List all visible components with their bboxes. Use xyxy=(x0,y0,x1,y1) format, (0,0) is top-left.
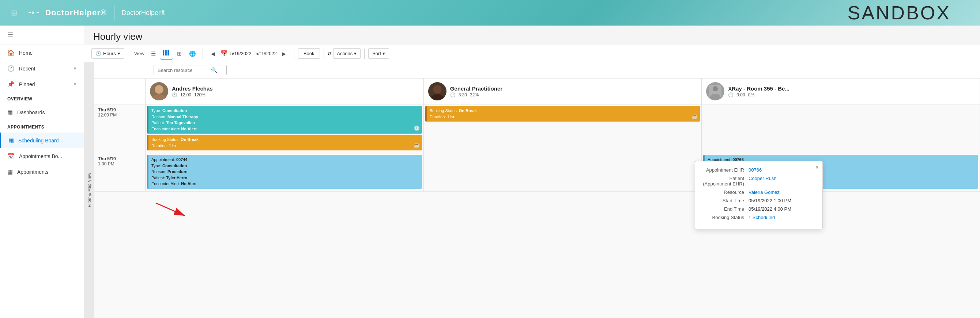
sidebar-item-label: Scheduling Board xyxy=(18,138,76,144)
resource-name-andres: Andres Flechas xyxy=(172,85,419,92)
sidebar-item-home[interactable]: 🏠 Home xyxy=(0,45,84,61)
actions-button[interactable]: Actions ▾ xyxy=(333,48,361,59)
toolbar-separator-1 xyxy=(128,49,128,59)
search-resource-box[interactable]: 🔍 xyxy=(154,65,227,75)
popup-row-patient: Patient (Appointment EHR) Cooper Rush xyxy=(701,176,816,187)
clock-icon: 🕐 xyxy=(450,92,456,98)
clock-icon: 🕐 xyxy=(95,51,101,56)
sidebar-item-appointments[interactable]: ▦ Appointments xyxy=(0,164,84,180)
dropdown-arrow-icon: ▾ xyxy=(118,51,120,56)
clock-icon: 🕐 xyxy=(7,65,14,72)
column-view-button[interactable] xyxy=(160,47,173,60)
schedule-row-noon: Thu 5/19 12:00 PM Type: Consultation Rea… xyxy=(94,104,980,153)
date-range: 5/19/2022 - 5/19/2022 xyxy=(231,51,277,56)
overview-section-header: Overview xyxy=(0,93,84,104)
main-layout: ☰ 🏠 Home 🕐 Recent ∨ 📌 Pinned ∨ Overview … xyxy=(0,25,980,318)
duration: Duration: 1 hr xyxy=(430,114,697,120)
board-area: 🔍 xyxy=(94,62,980,318)
chevron-down-icon: ∨ xyxy=(73,82,76,87)
hours-button[interactable]: 🕐 Hours ▾ xyxy=(91,48,124,59)
clock-icon: 🕐 xyxy=(728,92,733,98)
sidebar-item-label: Pinned xyxy=(19,81,69,87)
prev-date-button[interactable]: ◀ xyxy=(209,49,217,58)
filter-strip-label: Filter & Map View xyxy=(87,173,91,207)
sidebar-item-scheduling-board[interactable]: ▦ Scheduling Board xyxy=(0,133,84,148)
board-layout: Filter & Map View 🔍 xyxy=(84,62,980,318)
andres-time: 12:00 xyxy=(180,92,191,98)
book-button[interactable]: Book xyxy=(298,48,320,59)
svg-point-11 xyxy=(713,86,718,91)
svg-point-12 xyxy=(710,94,721,100)
appointment-detail-popup: × Appointment EHR 00766 Patient (Appoint… xyxy=(695,161,823,229)
svg-point-8 xyxy=(431,94,444,100)
booking-status: Booking Status: On Break xyxy=(430,108,697,114)
svg-point-9 xyxy=(433,85,441,93)
grid-icon[interactable]: ⊞ xyxy=(11,8,17,17)
appointment-card-consultation[interactable]: Type: Consultation Reason: Manual Therap… xyxy=(147,106,422,134)
sidebar-item-recent[interactable]: 🕐 Recent ∨ xyxy=(0,61,84,76)
toolbar-separator-4 xyxy=(324,49,324,59)
resource-stats-xray: 🕐 0:00 0% xyxy=(728,92,975,98)
content-area: Hourly view 🕐 Hours ▾ View ☰ ⊞ 🌐 xyxy=(84,25,980,318)
next-date-button[interactable]: ▶ xyxy=(280,49,288,58)
popup-row-resource: Resource Valeria Gomez xyxy=(701,190,816,195)
appt-reason: Reason: Manual Therapy xyxy=(151,114,419,120)
header-divider xyxy=(114,5,115,20)
menu-icon[interactable]: ☰ xyxy=(0,25,84,45)
actions-dropdown-icon: ▾ xyxy=(354,51,356,56)
time-label: 1:00 PM xyxy=(98,161,115,166)
resource-info-andres: Andres Flechas 🕐 12:00 120% xyxy=(172,85,419,98)
top-header: ⊞ 〜∧〜 DoctorHelper® DoctorHelper® SANDBO… xyxy=(0,0,980,25)
xray-time: 0:00 xyxy=(737,92,745,98)
sidebar-item-pinned[interactable]: 📌 Pinned ∨ xyxy=(0,76,84,92)
svg-rect-0 xyxy=(163,50,164,55)
pin-icon: 📌 xyxy=(7,81,14,88)
sidebar-item-appointments-bo[interactable]: 📅 Appointments Bo... xyxy=(0,148,84,164)
duration: Duration: 1 hr xyxy=(151,143,419,149)
resource-stats-andres: 🕐 12:00 120% xyxy=(172,92,419,98)
popup-patient-link[interactable]: Cooper Rush xyxy=(749,176,777,181)
resource-header-general: General Practitioner 🕐 3:30 32% xyxy=(424,79,702,104)
svg-rect-2 xyxy=(166,50,167,55)
header-app-name: DoctorHelper® xyxy=(122,9,165,17)
globe-view-button[interactable]: 🌐 xyxy=(186,48,199,59)
popup-resource-link[interactable]: Valeria Gomez xyxy=(749,190,780,195)
popup-label-patient: Patient (Appointment EHR) xyxy=(701,176,749,187)
resource-name-general: General Practitioner xyxy=(450,85,697,92)
red-arrow xyxy=(148,199,196,221)
resource-name-xray: XRay - Room 355 - Be... xyxy=(728,85,975,92)
svg-rect-1 xyxy=(165,50,165,55)
home-icon: 🏠 xyxy=(7,49,14,56)
resource-cell-andres-noon: Type: Consultation Reason: Manual Therap… xyxy=(146,104,424,153)
sandbox-label: SANDBOX xyxy=(848,2,951,24)
booking-status: Booking Status: On Break xyxy=(151,136,419,143)
view-label: View xyxy=(132,51,146,56)
popup-label-resource: Resource xyxy=(701,190,749,195)
calendar-icon: 📅 xyxy=(7,153,14,160)
chevron-down-icon: ∨ xyxy=(73,66,76,71)
appointments-section-header: Appointments xyxy=(0,122,84,133)
resource-cell-general-1pm xyxy=(424,153,702,191)
time-cell-1pm: Thu 5/19 1:00 PM xyxy=(94,153,146,191)
appointment-card-on-break-general[interactable]: Booking Status: On Break Duration: 1 hr … xyxy=(425,106,700,122)
resource-cell-andres-1pm: Appointment: 00744 Type: Consultation Re… xyxy=(146,153,424,191)
popup-label-ehr: Appointment EHR xyxy=(701,167,749,173)
coffee-icon: ☕ xyxy=(414,141,420,149)
scheduling-icon: ▦ xyxy=(8,137,14,144)
sort-button[interactable]: Sort ▾ xyxy=(368,48,389,59)
popup-close-button[interactable]: × xyxy=(815,164,819,171)
avatar-xray xyxy=(706,82,724,100)
list-view-button[interactable]: ☰ xyxy=(148,48,159,59)
actions-swap-icon: ⇄ xyxy=(328,51,332,56)
resource-header-andres: Andres Flechas 🕐 12:00 120% xyxy=(146,79,424,104)
sidebar-item-dashboards[interactable]: ▦ Dashboards xyxy=(0,104,84,120)
popup-booking-link[interactable]: 1 Scheduled xyxy=(749,215,775,220)
popup-ehr-link[interactable]: 00766 xyxy=(749,167,762,173)
appointment-card-on-break-andres[interactable]: Booking Status: On Break Duration: 1 hr … xyxy=(147,135,422,150)
grid-view-button[interactable]: ⊞ xyxy=(174,48,185,59)
appointment-card-00744[interactable]: Appointment: 00744 Type: Consultation Re… xyxy=(147,155,422,189)
popup-row-booking: Booking Status 1 Scheduled xyxy=(701,215,816,220)
coffee-icon: ☕ xyxy=(692,112,698,120)
filter-strip[interactable]: Filter & Map View xyxy=(84,62,94,318)
search-input[interactable] xyxy=(158,68,209,73)
